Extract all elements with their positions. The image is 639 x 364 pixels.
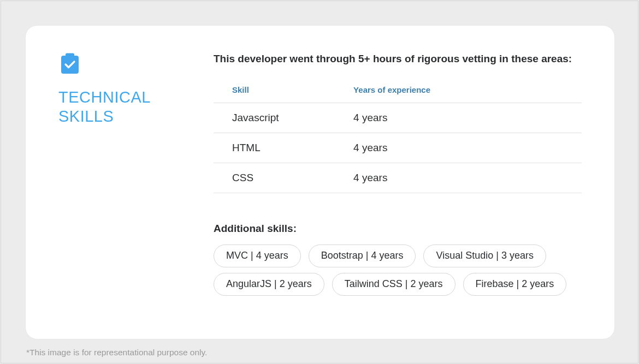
header-years: Years of experience: [353, 85, 582, 103]
header-skill: Skill: [214, 85, 353, 103]
intro-text: This developer went through 5+ hours of …: [214, 52, 582, 67]
years-cell: 4 years: [353, 133, 582, 163]
left-column: TECHNICAL SKILLS: [58, 52, 200, 339]
years-cell: 4 years: [353, 163, 582, 193]
skill-chip: Visual Studio | 3 years: [423, 244, 546, 267]
table-row: Javascript 4 years: [214, 103, 582, 133]
clipboard-check-icon: [58, 52, 81, 75]
table-row: HTML 4 years: [214, 133, 582, 163]
technical-skills-card: TECHNICAL SKILLS This developer went thr…: [25, 25, 615, 339]
svg-rect-0: [61, 56, 79, 74]
skill-chip: Tailwind CSS | 2 years: [332, 273, 455, 296]
section-title: TECHNICAL SKILLS: [58, 88, 200, 126]
chips-container: MVC | 4 years Bootstrap | 4 years Visual…: [214, 244, 582, 295]
table-row: CSS 4 years: [214, 163, 582, 193]
skill-chip: MVC | 4 years: [214, 244, 301, 267]
skill-cell: Javascript: [214, 103, 353, 133]
skill-chip: AngularJS | 2 years: [214, 273, 324, 296]
skill-chip: Firebase | 2 years: [463, 273, 567, 296]
main-column: This developer went through 5+ hours of …: [214, 52, 582, 339]
years-cell: 4 years: [353, 103, 582, 133]
additional-skills-title: Additional skills:: [214, 223, 582, 235]
skill-cell: HTML: [214, 133, 353, 163]
skill-chip: Bootstrap | 4 years: [309, 244, 416, 267]
skills-table: Skill Years of experience Javascript 4 y…: [214, 85, 582, 194]
svg-rect-1: [66, 53, 74, 58]
skill-cell: CSS: [214, 163, 353, 193]
disclaimer-text: *This image is for representational purp…: [26, 348, 207, 357]
